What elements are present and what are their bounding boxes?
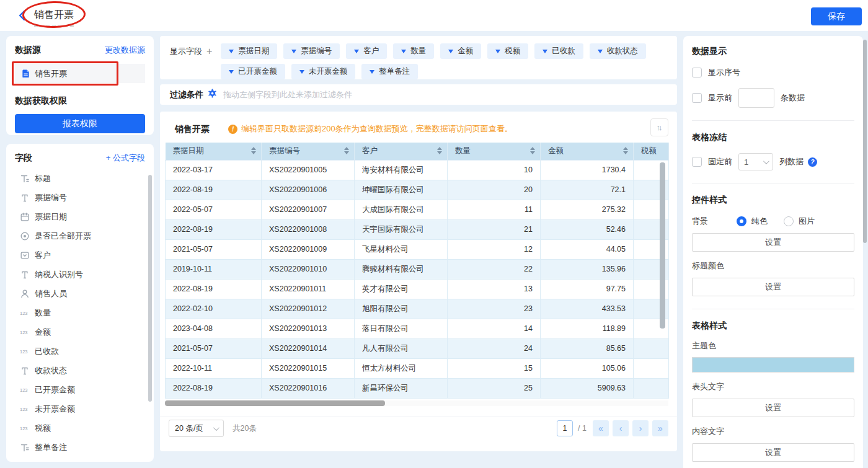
field-item[interactable]: 收款状态 (15, 361, 145, 380)
page-number-input[interactable] (557, 420, 573, 436)
display-field-chip[interactable]: 数量 (393, 43, 434, 59)
chip-label: 金额 (458, 46, 473, 56)
field-label: 税额 (35, 423, 51, 434)
column-header-label: 税额 (641, 146, 657, 155)
field-item[interactable]: 票据日期 (15, 207, 145, 226)
column-header-label: 数量 (455, 146, 471, 155)
field-item[interactable]: 已收款 (15, 342, 145, 361)
page-size-select[interactable]: 20 条/页 (169, 420, 224, 437)
display-field-chip[interactable]: 未开票金额 (291, 64, 356, 79)
field-item[interactable]: 是否已全部开票 (15, 226, 145, 245)
change-datasource-link[interactable]: 更改数据源 (105, 45, 145, 56)
table-row: 2022-05-07XS20220901007大成国际有限公司11275.32 (166, 200, 669, 219)
display-fields-panel: 显示字段 + 票据日期票据编号客户数量金额税额已收款收款状态已开票金额未开票金额… (160, 36, 677, 79)
cols-suffix-label: 列数据 (779, 156, 804, 167)
report-permission-button[interactable]: 报表权限 (15, 114, 145, 133)
field-item[interactable]: 标题 (15, 169, 145, 188)
table-horizontal-scrollbar[interactable] (165, 400, 385, 406)
field-item[interactable]: 税额 (15, 418, 145, 438)
display-field-chip[interactable]: 客户 (346, 43, 387, 59)
header-text-set-button[interactable]: 设置 (692, 399, 854, 417)
permission-heading: 数据获取权限 (15, 95, 145, 107)
field-item[interactable]: 销售人员 (15, 284, 145, 303)
settings-scrollbar[interactable] (863, 40, 867, 243)
cell: 105.06 (541, 358, 634, 378)
sort-arrows-icon[interactable] (623, 147, 628, 154)
display-fields-label: 显示字段 (170, 46, 202, 57)
column-header[interactable]: 数量 (448, 143, 541, 160)
background-set-button[interactable]: 设置 (692, 233, 854, 252)
display-field-chip[interactable]: 票据日期 (221, 43, 277, 59)
display-field-chip[interactable]: 收款状态 (590, 43, 646, 59)
divider (692, 120, 854, 121)
sort-arrows-icon[interactable] (344, 147, 349, 154)
cell: XS20220901005 (262, 160, 355, 180)
cell: 135.96 (541, 259, 634, 279)
show-first-checkbox[interactable] (692, 93, 702, 103)
display-field-chip[interactable]: 税额 (487, 43, 528, 59)
save-button[interactable]: 保存 (811, 7, 862, 25)
table-row: 2022-10-11XS20220901015恒太方材料公司15105.06 (166, 358, 669, 378)
datasource-item[interactable]: 销售开票 (15, 64, 145, 83)
field-item[interactable]: 客户 (15, 245, 145, 265)
freeze-count-select[interactable]: 1 (738, 153, 773, 170)
column-header[interactable]: 客户 (355, 143, 448, 160)
prev-page-button[interactable]: ‹ (613, 420, 629, 436)
table-row: 2023-04-08XS20220901013落日有限公司14118.89 (166, 319, 669, 338)
display-field-chip[interactable]: 金额 (440, 43, 481, 59)
freeze-checkbox[interactable] (692, 157, 702, 167)
field-label: 收款状态 (35, 365, 67, 376)
content-text-set-button[interactable]: 设置 (692, 443, 854, 462)
first-page-button[interactable]: « (593, 420, 609, 436)
field-item[interactable]: 金额 (15, 322, 145, 342)
sort-arrows-icon[interactable] (530, 147, 535, 154)
cell: 英才有限公司 (355, 279, 448, 299)
display-field-chip[interactable]: 已开票金额 (221, 64, 285, 79)
cell: 97.75 (541, 279, 634, 299)
field-item[interactable]: 纳税人识别号 (15, 265, 145, 284)
field-item[interactable]: 整单备注 (15, 438, 145, 457)
field-item[interactable]: 未开票金额 (15, 399, 145, 418)
column-header-label: 金额 (548, 146, 564, 155)
column-header[interactable]: 票据日期 (166, 143, 262, 160)
image-radio[interactable] (784, 216, 794, 226)
column-header[interactable]: 金额 (541, 143, 634, 160)
table-vertical-scrollbar[interactable] (660, 162, 665, 329)
column-header[interactable]: 票据编号 (262, 143, 355, 160)
field-label: 数量 (35, 307, 51, 319)
last-page-button[interactable]: » (652, 420, 668, 436)
field-item[interactable]: 票据编号 (15, 188, 145, 207)
display-field-chip[interactable]: 已收款 (534, 43, 583, 59)
back-icon[interactable] (16, 9, 29, 22)
sort-arrows-icon[interactable] (251, 147, 256, 154)
filter-dropzone-placeholder[interactable]: 拖动左侧字段到此处来添加过滤条件 (223, 89, 352, 100)
sort-toggle-button[interactable]: ↑↓ (650, 118, 668, 136)
next-page-button[interactable]: › (632, 420, 649, 436)
number-icon (20, 423, 30, 433)
display-field-chip[interactable]: 整单备注 (361, 64, 418, 79)
gear-icon[interactable] (208, 89, 217, 100)
help-icon[interactable]: ? (808, 157, 817, 167)
add-display-field-button[interactable]: + (206, 46, 212, 56)
chevron-down-icon (763, 158, 769, 164)
column-header-label: 票据编号 (269, 146, 300, 155)
fields-scrollbar[interactable] (148, 175, 152, 402)
theme-color-label: 主题色 (692, 340, 854, 351)
sort-arrows-icon[interactable] (437, 147, 442, 154)
theme-color-swatch[interactable] (692, 357, 854, 373)
chevron-down-icon (299, 70, 304, 74)
show-index-checkbox[interactable] (692, 68, 702, 77)
cell: 凡人有限公司 (355, 338, 448, 358)
table-row: 2019-10-11XS20220901010腾骏材料有限公司22135.96 (166, 259, 669, 279)
cell: 20 (448, 180, 541, 200)
cell: 2022-08-19 (166, 279, 262, 299)
field-item[interactable]: 已开票金额 (15, 380, 145, 399)
add-formula-field-link[interactable]: + 公式字段 (106, 152, 145, 164)
title-color-set-button[interactable]: 设置 (692, 278, 854, 296)
cell: 85.65 (541, 338, 634, 358)
solid-color-radio[interactable] (737, 216, 746, 226)
display-field-chip[interactable]: 票据编号 (283, 43, 340, 59)
show-first-count-input[interactable] (738, 88, 774, 108)
column-header[interactable]: 税额 (634, 143, 669, 160)
field-item[interactable]: 数量 (15, 303, 145, 322)
